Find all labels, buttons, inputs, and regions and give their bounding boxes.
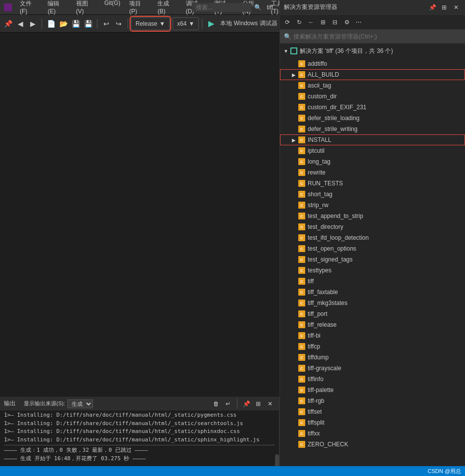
tree-item[interactable]: Ctest_signed_tags <box>280 254 465 265</box>
toolbar-new-btn[interactable]: 📄 <box>45 18 57 30</box>
output-source-select[interactable]: 生成 <box>67 399 93 408</box>
toolbar-pin-btn[interactable]: 📌 <box>2 18 14 30</box>
output-line-2: 1>— Installing: D:/tiff/share/doc/tiff/m… <box>4 420 275 428</box>
tree-item[interactable]: Ctiffdump <box>280 352 465 363</box>
tree-item[interactable]: Ctest_append_to_strip <box>280 211 465 221</box>
tree-item[interactable]: Ctiff_mkg3states <box>280 298 465 308</box>
tree-item-label: tiff-palette <box>308 387 333 393</box>
tree-item[interactable]: Ciptcutil <box>280 145 465 156</box>
toolbar-redo-btn[interactable]: ↪ <box>113 18 125 30</box>
tree-item[interactable]: Ctiff-palette <box>280 385 465 395</box>
global-search-input[interactable] <box>192 3 251 12</box>
tree-item[interactable]: Ctiff-grayscale <box>280 363 465 374</box>
toolbar-forward-btn[interactable]: ▶ <box>27 18 39 30</box>
output-pin-btn[interactable]: 📌 <box>241 399 251 409</box>
tree-item[interactable]: Ccustom_dir_EXIF_231 <box>280 102 465 113</box>
tree-item-label: tiff_port <box>308 310 327 317</box>
tree-item-icon: C <box>298 158 306 166</box>
tree-item-icon: C <box>298 440 306 448</box>
solution-panel-float-btn[interactable]: ⊞ <box>439 2 449 12</box>
tree-item[interactable]: Ctiffset <box>280 406 465 417</box>
output-icons: 🗑 ↵ 📌 ⊞ ✕ <box>211 399 275 409</box>
tree-item[interactable]: Ctiff_release <box>280 319 465 330</box>
sol-toolbar-back-btn[interactable]: ← <box>306 17 317 28</box>
tree-item-icon: C <box>298 397 306 405</box>
tree-item[interactable]: Ctiff-rgb <box>280 395 465 406</box>
tree-item[interactable]: Crewrite <box>280 167 465 178</box>
tree-item[interactable]: CZERO_CHECK <box>280 439 465 450</box>
tree-item[interactable]: Cascii_tag <box>280 80 465 91</box>
arch-dropdown-arrow: ▼ <box>188 20 194 27</box>
tree-item-icon: C <box>298 408 306 416</box>
tree-item[interactable]: Cstrip_rw <box>280 200 465 211</box>
menu-view[interactable]: 视图(V) <box>72 0 99 16</box>
toolbar-back-btn[interactable]: ◀ <box>14 18 26 30</box>
tree-item-arrow: ▶ <box>290 137 298 143</box>
menu-file[interactable]: 文件(F) <box>16 0 43 16</box>
run-debug-button[interactable]: ▶ <box>205 18 217 30</box>
sol-toolbar-sync-btn[interactable]: ⟳ <box>282 17 293 28</box>
tree-item[interactable]: Ccustom_dir <box>280 91 465 102</box>
tree-item[interactable]: Ctiff_faxtable <box>280 287 465 298</box>
tree-item-icon: C <box>298 277 306 285</box>
tree-item-icon: C <box>298 419 306 427</box>
tree-item[interactable]: Cshort_tag <box>280 189 465 200</box>
sol-toolbar-refresh-btn[interactable]: ↻ <box>294 17 305 28</box>
menu-git[interactable]: Git(G) <box>100 0 125 16</box>
sol-toolbar-expand-btn[interactable]: ⊞ <box>318 17 328 28</box>
tree-item[interactable]: Ctesttypes <box>280 265 465 276</box>
sol-toolbar-filter-btn[interactable]: ⚙ <box>341 17 352 28</box>
tree-item-icon: C <box>298 114 306 122</box>
tree-item[interactable]: Ctiff <box>280 276 465 287</box>
sol-toolbar-settings-btn[interactable]: ⋯ <box>353 17 364 28</box>
menu-build[interactable]: 生成(B) <box>153 0 181 16</box>
output-wrap-btn[interactable]: ↵ <box>223 399 233 409</box>
solution-search-box: 🔍 <box>280 30 465 43</box>
solution-search-input[interactable] <box>293 33 461 40</box>
tree-item[interactable]: ▶CINSTALL <box>280 134 465 145</box>
tree-item-icon: C <box>298 60 306 68</box>
arch-dropdown[interactable]: x64 ▼ <box>173 17 199 30</box>
tree-item-label: test_signed_tags <box>308 256 353 263</box>
tree-item-icon: C <box>298 103 306 111</box>
tree-item-label: testtypes <box>308 267 331 274</box>
toolbar-open-btn[interactable]: 📂 <box>57 18 69 30</box>
sol-toolbar-collapse-btn[interactable]: ⊟ <box>329 17 340 28</box>
output-clear-btn[interactable]: 🗑 <box>211 399 221 409</box>
tree-item-icon: C <box>298 201 306 209</box>
tree-item[interactable]: Caddtiffo <box>280 58 465 69</box>
config-dropdown[interactable]: Release ▼ <box>131 17 170 30</box>
tree-item-icon: C <box>298 266 306 274</box>
solution-panel-pin-btn[interactable]: 📌 <box>427 2 437 12</box>
menu-project[interactable]: 项目(P) <box>125 0 152 16</box>
main-area: 输出 显示输出来源(S): 生成 🗑 ↵ 📌 ⊞ ✕ 1>— Inst <box>0 33 465 476</box>
tree-item[interactable]: Ctiffxx <box>280 428 465 439</box>
solution-tree[interactable]: ▼ 解决方案 'tiff' (36 个项目，共 36 个) Caddtiffo▶… <box>280 43 465 476</box>
tree-item[interactable]: Ctest_open_options <box>280 243 465 254</box>
toolbar-saveall-btn[interactable]: 💾 <box>82 18 94 30</box>
tree-item[interactable]: Ctiff-bi <box>280 330 465 341</box>
tree-item[interactable]: Cdefer_strile_loading <box>280 113 465 124</box>
tree-item[interactable]: Ctiffcp <box>280 341 465 352</box>
tree-item[interactable]: CRUN_TESTS <box>280 178 465 189</box>
tree-item[interactable]: Cdefer_strile_writing <box>280 124 465 134</box>
tree-item[interactable]: Ctest_directory <box>280 221 465 232</box>
tree-item[interactable]: Ctiffinfo <box>280 374 465 385</box>
toolbar-sep-3 <box>128 19 128 29</box>
tree-item[interactable]: Ctiffsplit <box>280 417 465 428</box>
solution-panel-close-btn[interactable]: ✕ <box>451 2 461 12</box>
tree-solution-root[interactable]: ▼ 解决方案 'tiff' (36 个项目，共 36 个) <box>280 45 465 56</box>
tree-item-label: tiff_release <box>308 321 336 328</box>
status-bar: CSDN @用总 <box>0 466 465 476</box>
tree-item[interactable]: Ctest_ifd_loop_detection <box>280 232 465 243</box>
tree-item[interactable]: Ctiff_port <box>280 308 465 319</box>
tree-item[interactable]: ▶CALL_BUILD <box>280 69 465 80</box>
output-float-btn[interactable]: ⊞ <box>253 399 263 409</box>
tree-item-label: tiff <box>308 278 314 285</box>
tree-item[interactable]: Clong_tag <box>280 156 465 167</box>
toolbar-undo-btn[interactable]: ↩ <box>100 18 112 30</box>
output-close-btn[interactable]: ✕ <box>265 399 275 409</box>
output-divider-1 <box>4 445 275 445</box>
menu-edit[interactable]: 编辑(E) <box>44 0 71 16</box>
toolbar-save-btn[interactable]: 💾 <box>70 18 82 30</box>
